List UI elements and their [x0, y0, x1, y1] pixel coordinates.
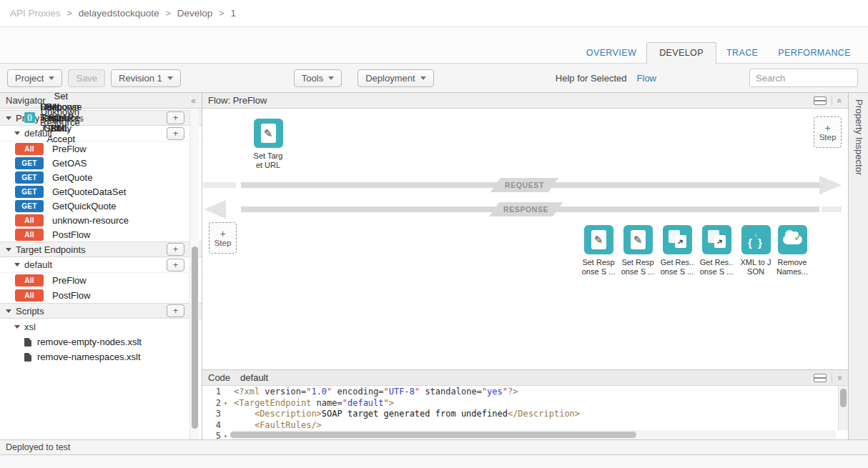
navigator-scrollbar-thumb[interactable]: [192, 247, 198, 429]
verb-badge-all: All: [15, 274, 44, 287]
code-token: <FaultRules/>: [255, 420, 322, 430]
copy-message-icon[interactable]: ➔: [702, 225, 731, 254]
split-view-icon[interactable]: [814, 374, 827, 382]
assign-message-icon[interactable]: ✎: [584, 225, 613, 254]
code-vertical-scrollbar[interactable]: [838, 386, 848, 430]
tools-dropdown[interactable]: Tools: [294, 69, 342, 87]
scripts-xsl-group[interactable]: xsl: [0, 319, 202, 334]
code-tab-default[interactable]: default: [240, 372, 814, 383]
add-script-button[interactable]: +: [167, 304, 184, 317]
section-title: Target Endpoints: [16, 244, 162, 255]
expand-triangle-icon[interactable]: [6, 309, 11, 313]
tab-performance[interactable]: PERFORMANCE: [768, 43, 861, 63]
flow-item-unknown-resource[interactable]: All unknown-resource: [0, 213, 202, 227]
deployment-dropdown[interactable]: Deployment: [357, 69, 433, 87]
divider: [832, 373, 832, 383]
code-token: <TargetEndpoint: [234, 398, 311, 408]
expand-triangle-icon[interactable]: [14, 325, 20, 329]
code-token: version=: [260, 387, 306, 397]
expand-triangle-icon[interactable]: [6, 248, 11, 252]
code-vertical-scrollbar-thumb[interactable]: [840, 389, 847, 407]
tab-develop[interactable]: DEVELOP: [646, 42, 716, 64]
code-horizontal-scrollbar[interactable]: [230, 430, 837, 439]
target-endpoint-default-group[interactable]: default +: [0, 257, 202, 273]
tab-overview[interactable]: OVERVIEW: [576, 43, 646, 63]
flow-item-label: GetQuickQuote: [52, 201, 117, 211]
section-scripts[interactable]: Scripts +: [0, 303, 202, 319]
breadcrumb-separator: >: [165, 9, 170, 19]
revision-dropdown[interactable]: Revision 1: [111, 69, 181, 87]
add-proxy-endpoint-button[interactable]: +: [167, 111, 184, 124]
collapse-down-icon[interactable]: «: [835, 375, 845, 380]
code-token: <?: [234, 387, 244, 397]
breadcrumb-proxy-name[interactable]: delayedstockquote: [79, 8, 159, 19]
add-target-endpoint-button[interactable]: +: [167, 243, 184, 256]
property-inspector-strip[interactable]: Property Inspector: [848, 93, 868, 439]
navigator-content: ✎ Set Response SOAP Body Accept ✎ Set Ta…: [0, 109, 202, 439]
flow-canvas[interactable]: ✎ Set Targ et URL + Step REQUEST: [202, 109, 848, 369]
tab-trace[interactable]: TRACE: [716, 43, 768, 63]
collapse-left-icon[interactable]: «: [191, 96, 196, 106]
bottom-filler: [0, 455, 868, 468]
breadcrumb-develop[interactable]: Develop: [177, 8, 213, 19]
assign-message-icon[interactable]: ✎: [254, 119, 283, 148]
code-line: 1 <?xml version="1.0" encoding="UTF-8" s…: [202, 387, 848, 398]
proxy-endpoint-default-group[interactable]: default +: [0, 126, 202, 141]
split-view-icon[interactable]: [814, 96, 827, 105]
save-button[interactable]: Save: [68, 69, 105, 87]
flow-item-label: unknown-resource: [52, 215, 129, 226]
flow-item-getquotedataset[interactable]: GET GetQuoteDataSet: [0, 184, 202, 199]
arrow-icon: ➔: [714, 236, 725, 247]
assign-message-icon[interactable]: ✎: [623, 225, 653, 254]
deployment-status-text: Deployed to test: [6, 442, 70, 452]
script-file-remove-namespaces[interactable]: remove-namespaces.xslt: [0, 349, 202, 364]
breadcrumb-revision[interactable]: 1: [231, 8, 237, 19]
add-step-button-response[interactable]: + Step: [209, 222, 237, 254]
add-flow-button[interactable]: +: [167, 127, 184, 140]
script-file-remove-empty-nodes[interactable]: remove-empty-nodes.xslt: [0, 334, 202, 349]
section-target-endpoints[interactable]: Target Endpoints +: [0, 242, 202, 257]
help-for-selected-label: Help for Selected: [556, 73, 627, 84]
flow-item-getquote[interactable]: GET GetQuote: [0, 170, 202, 184]
fold-caret-icon[interactable]: ▾: [221, 431, 230, 439]
add-step-button-request[interactable]: + Step: [814, 116, 842, 148]
help-flow-link[interactable]: Flow: [637, 73, 656, 84]
copy-message-icon[interactable]: ➔: [663, 225, 692, 254]
breadcrumb-api-proxies[interactable]: API Proxies: [10, 8, 61, 19]
code-token: <Description>: [255, 409, 322, 419]
flow-item-label: PreFlow: [52, 144, 87, 154]
request-label-badge: REQUEST: [490, 178, 558, 192]
policy-item-xml-to-json[interactable]: {} XML to JSON: [0, 110, 51, 124]
cloud-check-icon[interactable]: ✓: [778, 225, 807, 254]
code-token: ": [503, 387, 508, 397]
flow-item-target-preflow-selected[interactable]: All PreFlow: [0, 273, 202, 288]
fold-caret-icon[interactable]: ▾: [221, 398, 230, 409]
code-token: [234, 409, 255, 419]
code-editor[interactable]: 1 <?xml version="1.0" encoding="UTF-8" s…: [202, 386, 848, 439]
flow-item-getquickquote[interactable]: GET GetQuickQuote: [0, 199, 202, 213]
add-flow-button[interactable]: +: [167, 259, 184, 272]
flow-policy-set-target-url[interactable]: ✎ Set Targ et URL: [242, 119, 294, 169]
project-dropdown[interactable]: Project: [7, 69, 62, 87]
flow-item-getoas[interactable]: GET GetOAS: [0, 156, 202, 170]
flow-policy-remove-namespaces[interactable]: ✓ Remove Names...: [766, 225, 818, 276]
collapse-up-icon[interactable]: «: [835, 98, 845, 103]
navigator-scrollbar[interactable]: [189, 109, 199, 439]
property-inspector-label[interactable]: Property Inspector: [854, 93, 864, 175]
flow-item-label: PostFlow: [52, 290, 90, 301]
search-input[interactable]: [749, 69, 858, 87]
verb-badge-get: GET: [15, 157, 44, 169]
expand-triangle-icon[interactable]: [14, 263, 20, 267]
breadcrumb-separator: >: [67, 9, 72, 19]
verb-badge-all: All: [15, 143, 44, 155]
expand-triangle-icon[interactable]: [14, 131, 20, 135]
braces-icon: { }: [748, 237, 764, 249]
flow-item-preflow[interactable]: All PreFlow: [0, 141, 202, 156]
code-horizontal-scrollbar-thumb[interactable]: [230, 432, 636, 438]
code-token: ": [342, 398, 347, 408]
pencil-icon: ✎: [264, 127, 273, 140]
file-name: remove-empty-nodes.xslt: [37, 337, 142, 347]
flow-item-target-postflow[interactable]: All PostFlow: [0, 288, 202, 303]
flow-item-postflow[interactable]: All PostFlow: [0, 227, 202, 242]
flow-item-label: GetQuoteDataSet: [52, 186, 126, 197]
